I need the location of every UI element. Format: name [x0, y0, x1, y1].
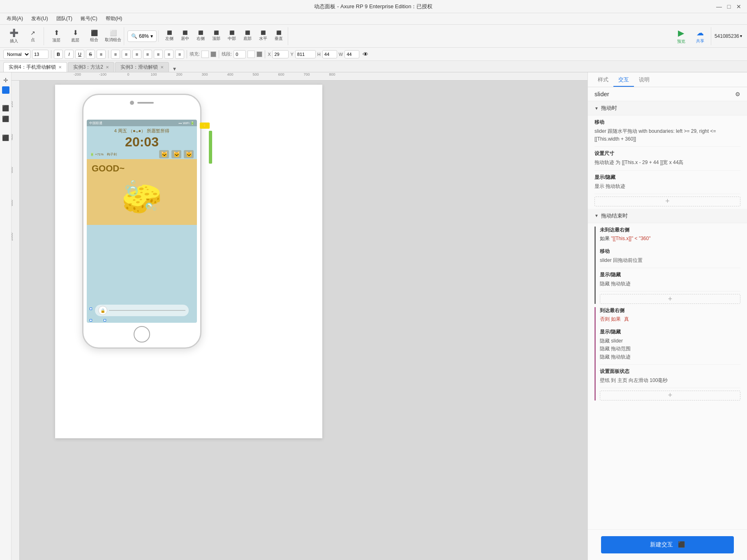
- handle-br[interactable]: [104, 319, 106, 322]
- align-text-right[interactable]: ≡: [132, 50, 141, 59]
- align-middle-label: 中部: [228, 36, 236, 42]
- distribute-v-button[interactable]: ⬛ 垂直: [271, 27, 286, 45]
- add-action-cond1[interactable]: +: [600, 294, 740, 304]
- distribute-v-icon: ⬛: [276, 30, 281, 35]
- left-tool-active[interactable]: [2, 86, 9, 94]
- stroke-color-swatch[interactable]: [257, 51, 262, 57]
- align-left-label: 左侧: [165, 36, 173, 42]
- right-tab-interact[interactable]: 交互: [613, 74, 634, 87]
- stroke-color-picker[interactable]: [247, 51, 255, 58]
- strikethrough-button[interactable]: S: [86, 50, 95, 59]
- w-label: W: [339, 52, 343, 57]
- align-text-left[interactable]: ≡: [111, 50, 120, 59]
- align-right-button[interactable]: ⬛ 右侧: [193, 27, 208, 45]
- bottom-button[interactable]: ⬇ 底层: [66, 27, 84, 45]
- insert-button[interactable]: ➕ 插入: [5, 27, 23, 45]
- slider-thumb[interactable]: 🔒: [98, 306, 107, 315]
- minimize-button[interactable]: —: [716, 3, 722, 10]
- phone-mockup[interactable]: 中国联通 ••• WiFi 🔋 4 周五 （●ᴗ●） 所愿暂所得 20:03: [82, 94, 201, 349]
- handle-bl[interactable]: [90, 319, 92, 322]
- id-dropdown-icon[interactable]: ▾: [740, 34, 742, 38]
- add-action-cond2[interactable]: +: [600, 391, 740, 400]
- new-interaction-button[interactable]: 新建交互 ⬛: [601, 536, 734, 553]
- tab-2-close[interactable]: ✕: [160, 65, 164, 69]
- slider-track: [109, 310, 185, 311]
- ungroup-button[interactable]: ⬜ 取消组合: [104, 27, 122, 45]
- phone-home-button[interactable]: [134, 326, 150, 342]
- section-drag-end[interactable]: ▼ 拖动结束时: [588, 209, 747, 223]
- list-button[interactable]: ≡: [97, 50, 106, 59]
- bold-button[interactable]: B: [54, 50, 63, 59]
- w-input[interactable]: [345, 50, 359, 58]
- action-type-show-1: 显示/隐藏: [594, 174, 740, 181]
- slider-area[interactable]: 🔒: [95, 305, 189, 316]
- align-text-justify[interactable]: ≡: [143, 50, 152, 59]
- group-button[interactable]: ⬛ 组合: [85, 27, 103, 45]
- h-input[interactable]: [322, 50, 337, 58]
- align-left-button[interactable]: ⬛ 左侧: [162, 27, 177, 45]
- menu-help[interactable]: 帮助(H): [102, 14, 126, 23]
- align-text-center[interactable]: ≡: [122, 50, 131, 59]
- tab-0-close[interactable]: ✕: [58, 65, 62, 69]
- underline-button[interactable]: U: [75, 50, 84, 59]
- stroke-value-input[interactable]: [234, 50, 246, 58]
- align-text-top[interactable]: ≡: [154, 50, 163, 59]
- maximize-button[interactable]: □: [726, 3, 732, 10]
- section-drag[interactable]: ▼ 拖动时: [588, 101, 747, 116]
- eye-icon[interactable]: 👁: [363, 51, 368, 58]
- fill-label: 填充:: [190, 51, 200, 57]
- add-action-drag[interactable]: +: [594, 197, 740, 206]
- align-text-bottom[interactable]: ≡: [175, 50, 184, 59]
- h-label: H: [317, 52, 321, 57]
- align-middle-button[interactable]: ⬛ 中部: [224, 27, 239, 45]
- settings-icon[interactable]: ⚙: [735, 91, 740, 97]
- share-button[interactable]: ☁ 共享: [691, 27, 709, 45]
- fill-color-picker[interactable]: [201, 51, 209, 58]
- close-button[interactable]: ✕: [735, 3, 742, 10]
- menu-team[interactable]: 团队(T): [53, 14, 76, 23]
- font-size-input[interactable]: [32, 50, 49, 59]
- screen-icon-row: 🐱 🐱 🐱: [159, 150, 194, 158]
- menu-account[interactable]: 账号(C): [77, 14, 101, 23]
- spongebob-image: 🧽: [121, 178, 162, 217]
- top-label: 顶层: [52, 37, 60, 43]
- tab-1[interactable]: 实例3：方法2 ✕: [68, 62, 114, 72]
- top-icon: ⬆: [54, 29, 59, 37]
- ungroup-label: 取消组合: [105, 37, 121, 43]
- left-tool-4[interactable]: ⬛: [1, 133, 10, 142]
- right-tab-note[interactable]: 说明: [634, 74, 654, 87]
- fill-color-swatch[interactable]: [210, 51, 216, 57]
- distribute-h-button[interactable]: ⬛ 水平: [256, 27, 271, 45]
- point-button[interactable]: ↗ 点: [24, 27, 42, 45]
- align-center-button[interactable]: ⬛ 居中: [178, 27, 192, 45]
- tab-0[interactable]: 实例4：手机滑动解锁 ✕: [3, 62, 67, 72]
- style-select[interactable]: Normal: [3, 50, 30, 59]
- action-type-move-1: 移动: [594, 119, 740, 126]
- sub-action-type-hide: 显示/隐藏: [600, 271, 740, 278]
- insert-label: 插入: [10, 38, 18, 44]
- action-type-size-1: 设置尺寸: [594, 150, 740, 157]
- right-tab-style[interactable]: 样式: [593, 74, 613, 87]
- tab-1-close[interactable]: ✕: [106, 65, 109, 69]
- top-button[interactable]: ⬆ 顶层: [47, 27, 65, 45]
- menu-publish[interactable]: 发布(U): [28, 14, 51, 23]
- align-bottom-button[interactable]: ⬛ 底部: [240, 27, 255, 45]
- align-text-middle[interactable]: ≡: [164, 50, 173, 59]
- zoom-control[interactable]: 🔍 68% ▾: [127, 30, 157, 42]
- x-input[interactable]: [272, 50, 289, 58]
- right-panel-content[interactable]: ▼ 拖动时 移动 slider 跟随水平拖动 with boundaries: …: [588, 101, 747, 529]
- handle-tl[interactable]: [90, 308, 92, 310]
- screen-image: GOOD~ 🧽: [87, 159, 197, 225]
- icon-box-1: 🐱: [159, 150, 169, 158]
- italic-button[interactable]: I: [65, 50, 74, 59]
- left-tool-2[interactable]: ⬛: [1, 104, 10, 113]
- align-top-button[interactable]: ⬛ 顶部: [209, 27, 224, 45]
- left-tool-3[interactable]: ⬛: [1, 114, 10, 123]
- y-input[interactable]: [295, 50, 316, 58]
- preview-button[interactable]: ▶ 预览: [672, 27, 690, 45]
- tab-dropdown[interactable]: ▾: [171, 65, 178, 72]
- tab-2[interactable]: 实例3：滑动解锁 ✕: [115, 62, 169, 72]
- menu-layout[interactable]: 布局(A): [3, 14, 26, 23]
- canvas[interactable]: 中国联通 ••• WiFi 🔋 4 周五 （●ᴗ●） 所愿暂所得 20:03: [20, 81, 587, 560]
- left-tool-1[interactable]: ✛: [1, 76, 10, 85]
